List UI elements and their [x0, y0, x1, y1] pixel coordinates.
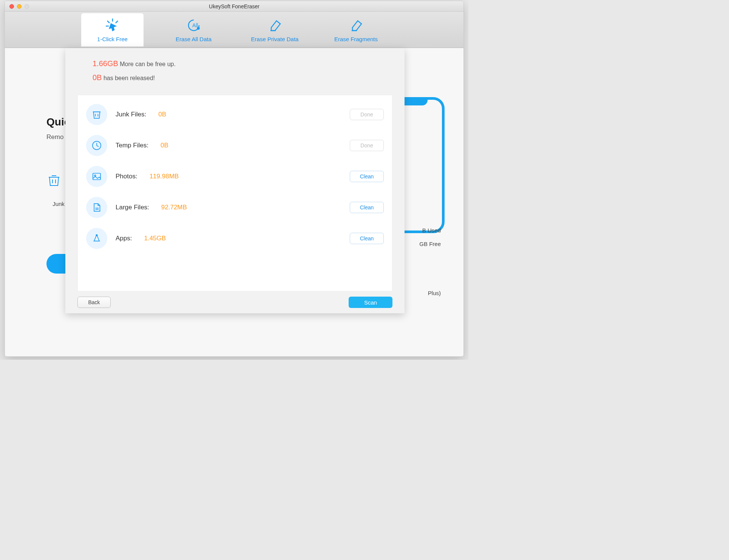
category-value: 92.72MB	[161, 204, 187, 211]
cursor-click-icon	[104, 17, 121, 34]
category-list: Junk Files: 0B Done Temp Files: 0B Done	[77, 95, 392, 291]
svg-point-17	[96, 235, 97, 236]
stat-used-partial: B Used	[419, 224, 441, 237]
image-icon	[86, 166, 107, 187]
stat-free-partial: GB Free	[419, 237, 441, 251]
titlebar: UkeySoft FoneEraser	[5, 1, 463, 12]
file-icon	[86, 197, 107, 218]
panel-summary: 1.66GB More can be free up. 0B has been …	[65, 48, 405, 95]
clean-button[interactable]: Clean	[350, 233, 384, 244]
freeable-suffix: More can be free up.	[118, 61, 176, 67]
released-suffix: has been released!	[102, 75, 155, 81]
row-large-files: Large Files: 92.72MB Clean	[85, 192, 385, 223]
done-button: Done	[350, 109, 384, 120]
clock-icon	[86, 135, 107, 156]
bg-storage-stats: B Used GB Free	[419, 224, 441, 251]
category-value: 0B	[161, 142, 168, 149]
category-label: Apps:	[116, 235, 132, 242]
svg-line-2	[116, 21, 118, 23]
category-label: Large Files:	[116, 204, 149, 211]
tab-erase-fragments[interactable]: Erase Fragments	[325, 13, 387, 46]
category-value: 119.98MB	[150, 173, 179, 180]
clean-button[interactable]: Clean	[350, 202, 384, 213]
erase-fragments-icon	[348, 17, 364, 34]
svg-point-14	[94, 175, 96, 176]
panel-footer: Back Scan	[65, 291, 405, 313]
back-button[interactable]: Back	[77, 297, 111, 308]
svg-point-5	[197, 28, 199, 29]
window-title: UkeySoft FoneEraser	[5, 3, 463, 9]
tab-1-click-free[interactable]: 1-Click Free	[81, 13, 144, 46]
app-window: UkeySoft FoneEraser 1-Click Free All Era…	[5, 1, 464, 357]
svg-rect-13	[93, 173, 100, 180]
clean-button[interactable]: Clean	[350, 171, 384, 182]
erase-all-icon: All	[185, 17, 202, 34]
apps-icon	[86, 228, 107, 249]
category-label: Junk Files:	[116, 111, 146, 118]
freeable-amount: 1.66GB	[93, 59, 118, 68]
bg-device-model-partial: Plus)	[428, 290, 441, 296]
tab-erase-all-data[interactable]: All Erase All Data	[162, 13, 225, 46]
row-junk-files: Junk Files: 0B Done	[85, 99, 385, 130]
tab-label: 1-Click Free	[97, 36, 128, 42]
done-button: Done	[350, 140, 384, 151]
row-photos: Photos: 119.98MB Clean	[85, 161, 385, 192]
category-label: Photos:	[116, 173, 137, 180]
tab-erase-private-data[interactable]: Erase Private Data	[244, 13, 306, 46]
category-label: Temp Files:	[116, 142, 148, 149]
tab-label: Erase Fragments	[334, 36, 378, 42]
row-temp-files: Temp Files: 0B Done	[85, 130, 385, 161]
main-tabbar: 1-Click Free All Erase All Data Erase Pr…	[5, 12, 463, 48]
tab-label: Erase Private Data	[251, 36, 299, 42]
row-apps: Apps: 1.45GB Clean	[85, 223, 385, 254]
category-value: 1.45GB	[144, 235, 166, 242]
scan-button[interactable]: Scan	[349, 297, 392, 308]
scan-results-panel: 1.66GB More can be free up. 0B has been …	[65, 48, 405, 313]
content-area: Quic Remo Junk B Used GB Free Plus) 1.66…	[5, 48, 463, 356]
svg-line-1	[107, 21, 110, 23]
erase-private-icon	[267, 17, 283, 34]
released-amount: 0B	[93, 73, 102, 82]
category-value: 0B	[158, 111, 166, 118]
tab-label: Erase All Data	[176, 36, 212, 42]
trash-icon	[86, 104, 107, 125]
